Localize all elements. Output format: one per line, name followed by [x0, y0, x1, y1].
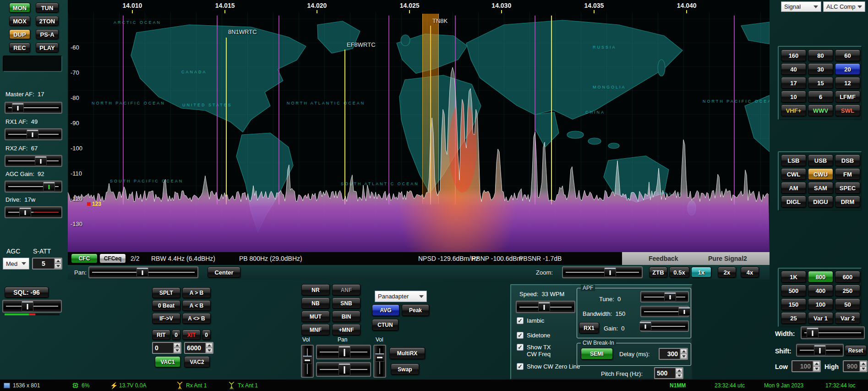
zoom-4x-button[interactable]: 4x	[741, 267, 759, 278]
split-button[interactable]: SPLT	[152, 287, 180, 298]
shift-slider[interactable]	[796, 344, 844, 357]
agc-mode-dropdown[interactable]: Med	[3, 258, 29, 270]
apf-tune-slider[interactable]	[640, 291, 689, 303]
band-30-button[interactable]: 30	[808, 63, 833, 75]
filter-100-button[interactable]: 100	[808, 298, 833, 310]
puresignal2-tab[interactable]: Pure Signal2	[708, 255, 747, 262]
rx2-af-slider[interactable]	[5, 155, 62, 167]
mode-cwu-button[interactable]: CWU	[808, 168, 833, 180]
vol2-slider[interactable]	[373, 345, 386, 378]
mode-digl-button[interactable]: DIGL	[781, 196, 806, 208]
a-to-b-button[interactable]: A > B	[182, 287, 211, 298]
band-60-button[interactable]: 60	[835, 50, 860, 61]
zoom-2x-button[interactable]: 2x	[718, 267, 736, 278]
twotone-button[interactable]: 2TON	[36, 16, 59, 26]
band-vhf-button[interactable]: VHF+	[781, 105, 806, 116]
rx1-af-slider[interactable]	[5, 128, 62, 140]
mode-cwl-button[interactable]: CWL	[781, 168, 806, 180]
zoom-slider[interactable]	[562, 266, 643, 278]
show-cw-zero-line-checkbox[interactable]: ✓Show CW Zero Line	[517, 363, 580, 370]
cfc-button[interactable]: CFC	[71, 253, 98, 264]
tun-button[interactable]: TUN	[36, 3, 59, 13]
multirx-button[interactable]: MultiRX	[389, 347, 425, 359]
ztb-button[interactable]: ZTB	[649, 267, 667, 278]
rec-button[interactable]: REC	[9, 43, 30, 53]
xit-button[interactable]: XIT	[182, 330, 201, 340]
spinner-up-icon[interactable]	[55, 259, 61, 264]
band-10-button[interactable]: 10	[781, 91, 806, 103]
nb-button[interactable]: NB	[301, 297, 330, 309]
mon-button[interactable]: MON	[9, 3, 30, 13]
pan1-slider[interactable]	[316, 345, 371, 359]
peak-button[interactable]: Peak	[402, 304, 429, 316]
psa-button[interactable]: PS-A	[36, 29, 59, 39]
dup-button[interactable]: DUP	[9, 29, 30, 39]
alc-comp-dropdown[interactable]: ALC Comp	[823, 1, 865, 12]
pitch-spinner[interactable]: 500	[654, 367, 683, 379]
vac1-button[interactable]: VAC1	[155, 356, 180, 368]
a-swap-b-button[interactable]: A <> B	[182, 313, 211, 324]
sql-button[interactable]: SQL: -96	[5, 287, 49, 298]
zoom-05x-button[interactable]: 0.5x	[669, 267, 689, 278]
band-wwv-button[interactable]: WWV	[808, 105, 833, 116]
band-lfmf-button[interactable]: LFMF	[835, 91, 860, 103]
filter-var2-button[interactable]: Var 2	[835, 312, 860, 324]
band-17-button[interactable]: 17	[781, 77, 806, 89]
mode-fm-button[interactable]: FM	[835, 168, 860, 180]
width-slider[interactable]	[801, 326, 865, 339]
mode-lsb-button[interactable]: LSB	[781, 154, 806, 166]
mode-usb-button[interactable]: USB	[808, 154, 833, 166]
iambic-checkbox[interactable]: ✓Iambic	[517, 317, 544, 324]
sidetone-checkbox[interactable]: ✓Sidetone	[517, 332, 550, 339]
dx-spot-callsign[interactable]: EF8WRTC	[347, 41, 376, 48]
dx-spot-callsign[interactable]: 8N1WRTC	[228, 28, 257, 35]
rx1-apf-button[interactable]: RX1	[579, 322, 599, 334]
apf-bandwidth-slider[interactable]	[640, 306, 689, 317]
ctun-button[interactable]: CTUN	[372, 319, 399, 331]
agc-gain-slider[interactable]	[5, 181, 62, 193]
delay-spinner[interactable]: 300	[659, 348, 688, 360]
filter-400-button[interactable]: 400	[808, 285, 833, 297]
rit-zero-button[interactable]: 0	[172, 330, 180, 340]
b-to-a-button[interactable]: A < B	[182, 300, 211, 311]
show-tx-cw-freq-checkbox[interactable]: ✓ Show TXCW Freq	[517, 344, 551, 358]
xit-zero-button[interactable]: 0	[202, 330, 211, 340]
anf-button[interactable]: ANF	[332, 284, 360, 296]
pan2-slider[interactable]	[316, 362, 371, 377]
plus-mnf-button[interactable]: +MNF	[332, 324, 360, 336]
if-to-v-button[interactable]: IF->V	[152, 313, 180, 324]
cfceq-button[interactable]: CFCeq	[99, 253, 126, 264]
dx-spot-callsign[interactable]: TN8K	[432, 17, 448, 24]
high-spinner[interactable]: 900	[843, 360, 868, 372]
satt-spinner[interactable]: 5	[32, 258, 62, 270]
mox-button[interactable]: MOX	[9, 16, 30, 26]
mode-digu-button[interactable]: DIGU	[808, 196, 833, 208]
sql-slider[interactable]	[2, 300, 62, 313]
vol1-slider[interactable]	[301, 345, 314, 378]
mode-sam-button[interactable]: SAM	[808, 182, 833, 194]
band-20-button[interactable]: 20	[835, 63, 860, 75]
drive-slider[interactable]	[5, 206, 62, 218]
mnf-button[interactable]: MNF	[301, 324, 330, 336]
cw-speed-slider[interactable]	[516, 301, 575, 313]
filter-250-button[interactable]: 250	[835, 285, 860, 297]
band-15-button[interactable]: 15	[808, 77, 833, 89]
zero-beat-button[interactable]: 0 Beat	[152, 300, 180, 311]
band-80-button[interactable]: 80	[808, 50, 833, 61]
filter-500-button[interactable]: 500	[781, 285, 806, 297]
bin-button[interactable]: BIN	[332, 311, 360, 322]
filter-600-button[interactable]: 600	[835, 271, 860, 283]
rit-button[interactable]: RIT	[152, 330, 170, 340]
vac2-button[interactable]: VAC2	[184, 356, 210, 368]
band-160-button[interactable]: 160	[781, 50, 806, 61]
snb-button[interactable]: SNB	[332, 297, 360, 309]
band-swl-button[interactable]: SWL	[835, 105, 860, 116]
mut-button[interactable]: MUT	[301, 311, 330, 322]
nr-button[interactable]: NR	[301, 284, 330, 296]
display-mode-dropdown[interactable]: Panadapter	[375, 291, 427, 302]
center-button[interactable]: Center	[207, 267, 240, 278]
panadapter-display[interactable]: ARCTIC OCEANCANADAUNITED STATESNORTH PAC…	[68, 0, 770, 252]
filter-25-button[interactable]: 25	[781, 312, 806, 324]
mode-dsb-button[interactable]: DSB	[835, 154, 860, 166]
filter-50-button[interactable]: 50	[835, 298, 860, 310]
